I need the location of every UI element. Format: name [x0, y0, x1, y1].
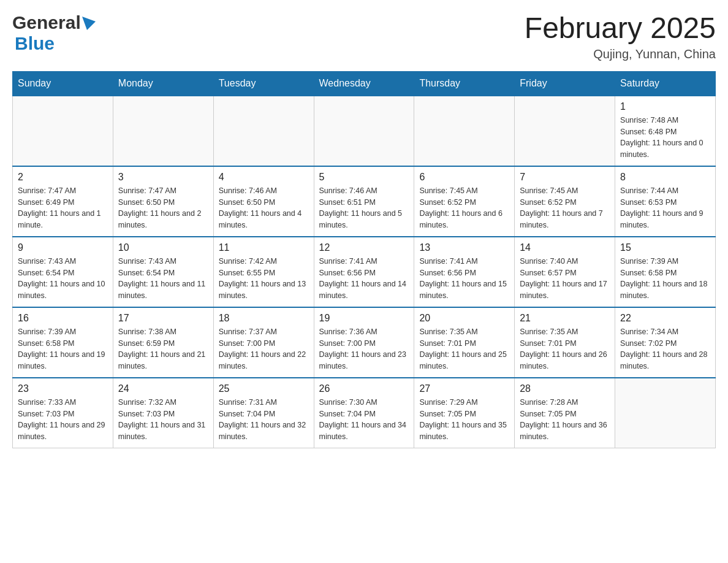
page-header: General Blue February 2025 Qujing, Yunna… [12, 12, 716, 61]
day-number: 14 [520, 242, 610, 253]
day-number: 18 [219, 313, 309, 324]
calendar-week-4: 16Sunrise: 7:39 AMSunset: 6:58 PMDayligh… [13, 307, 716, 378]
day-number: 7 [520, 172, 610, 183]
day-number: 2 [18, 172, 108, 183]
logo-arrow-icon [81, 15, 96, 30]
calendar-cell: 14Sunrise: 7:40 AMSunset: 6:57 PMDayligh… [515, 237, 615, 307]
weekday-header-saturday: Saturday [615, 71, 716, 96]
calendar-cell: 21Sunrise: 7:35 AMSunset: 7:01 PMDayligh… [515, 307, 615, 378]
calendar-week-2: 2Sunrise: 7:47 AMSunset: 6:49 PMDaylight… [13, 166, 716, 237]
day-number: 17 [118, 313, 208, 324]
weekday-header-tuesday: Tuesday [213, 71, 314, 96]
svg-marker-0 [82, 17, 96, 30]
day-number: 16 [18, 313, 108, 324]
day-info: Sunrise: 7:28 AMSunset: 7:05 PMDaylight:… [520, 397, 610, 443]
day-number: 23 [18, 383, 108, 394]
weekday-header-thursday: Thursday [414, 71, 515, 96]
calendar-cell: 13Sunrise: 7:41 AMSunset: 6:56 PMDayligh… [414, 237, 515, 307]
day-info: Sunrise: 7:46 AMSunset: 6:51 PMDaylight:… [319, 185, 409, 231]
day-number: 24 [118, 383, 208, 394]
day-info: Sunrise: 7:39 AMSunset: 6:58 PMDaylight:… [620, 256, 710, 302]
calendar-cell: 12Sunrise: 7:41 AMSunset: 6:56 PMDayligh… [314, 237, 414, 307]
calendar-cell: 28Sunrise: 7:28 AMSunset: 7:05 PMDayligh… [515, 378, 615, 448]
day-number: 27 [419, 383, 509, 394]
day-info: Sunrise: 7:42 AMSunset: 6:55 PMDaylight:… [219, 256, 309, 302]
day-info: Sunrise: 7:48 AMSunset: 6:48 PMDaylight:… [620, 115, 710, 161]
calendar-cell: 26Sunrise: 7:30 AMSunset: 7:04 PMDayligh… [314, 378, 414, 448]
weekday-header-sunday: Sunday [13, 71, 113, 96]
weekday-header-friday: Friday [515, 71, 615, 96]
calendar-cell [615, 378, 716, 448]
day-info: Sunrise: 7:47 AMSunset: 6:50 PMDaylight:… [118, 185, 208, 231]
calendar-cell: 8Sunrise: 7:44 AMSunset: 6:53 PMDaylight… [615, 166, 716, 237]
weekday-header-wednesday: Wednesday [314, 71, 414, 96]
day-number: 1 [620, 101, 710, 112]
logo: General Blue [12, 12, 96, 54]
day-info: Sunrise: 7:34 AMSunset: 7:02 PMDaylight:… [620, 326, 710, 372]
day-info: Sunrise: 7:41 AMSunset: 6:56 PMDaylight:… [319, 256, 409, 302]
calendar-cell: 27Sunrise: 7:29 AMSunset: 7:05 PMDayligh… [414, 378, 515, 448]
day-info: Sunrise: 7:30 AMSunset: 7:04 PMDaylight:… [319, 397, 409, 443]
weekday-header-row: SundayMondayTuesdayWednesdayThursdayFrid… [13, 71, 716, 96]
day-info: Sunrise: 7:37 AMSunset: 7:00 PMDaylight:… [219, 326, 309, 372]
calendar-cell: 2Sunrise: 7:47 AMSunset: 6:49 PMDaylight… [13, 166, 113, 237]
day-info: Sunrise: 7:36 AMSunset: 7:00 PMDaylight:… [319, 326, 409, 372]
calendar-cell: 10Sunrise: 7:43 AMSunset: 6:54 PMDayligh… [113, 237, 213, 307]
day-info: Sunrise: 7:47 AMSunset: 6:49 PMDaylight:… [18, 185, 108, 231]
calendar-cell: 11Sunrise: 7:42 AMSunset: 6:55 PMDayligh… [213, 237, 314, 307]
calendar-cell: 15Sunrise: 7:39 AMSunset: 6:58 PMDayligh… [615, 237, 716, 307]
calendar-cell: 17Sunrise: 7:38 AMSunset: 6:59 PMDayligh… [113, 307, 213, 378]
calendar-cell: 22Sunrise: 7:34 AMSunset: 7:02 PMDayligh… [615, 307, 716, 378]
calendar-cell: 4Sunrise: 7:46 AMSunset: 6:50 PMDaylight… [213, 166, 314, 237]
logo-blue-text: Blue [15, 33, 55, 54]
calendar-cell: 24Sunrise: 7:32 AMSunset: 7:03 PMDayligh… [113, 378, 213, 448]
calendar-cell [113, 96, 213, 166]
day-info: Sunrise: 7:44 AMSunset: 6:53 PMDaylight:… [620, 185, 710, 231]
weekday-header-monday: Monday [113, 71, 213, 96]
calendar-week-3: 9Sunrise: 7:43 AMSunset: 6:54 PMDaylight… [13, 237, 716, 307]
day-number: 22 [620, 313, 710, 324]
calendar-cell [515, 96, 615, 166]
day-info: Sunrise: 7:35 AMSunset: 7:01 PMDaylight:… [520, 326, 610, 372]
calendar-cell [213, 96, 314, 166]
day-number: 4 [219, 172, 309, 183]
day-info: Sunrise: 7:32 AMSunset: 7:03 PMDaylight:… [118, 397, 208, 443]
day-number: 21 [520, 313, 610, 324]
day-number: 19 [319, 313, 409, 324]
calendar-cell: 23Sunrise: 7:33 AMSunset: 7:03 PMDayligh… [13, 378, 113, 448]
calendar-table: SundayMondayTuesdayWednesdayThursdayFrid… [12, 71, 716, 448]
calendar-cell: 18Sunrise: 7:37 AMSunset: 7:00 PMDayligh… [213, 307, 314, 378]
calendar-cell: 20Sunrise: 7:35 AMSunset: 7:01 PMDayligh… [414, 307, 515, 378]
day-info: Sunrise: 7:45 AMSunset: 6:52 PMDaylight:… [419, 185, 509, 231]
calendar-cell: 25Sunrise: 7:31 AMSunset: 7:04 PMDayligh… [213, 378, 314, 448]
calendar-cell [414, 96, 515, 166]
day-info: Sunrise: 7:40 AMSunset: 6:57 PMDaylight:… [520, 256, 610, 302]
day-number: 15 [620, 242, 710, 253]
day-number: 12 [319, 242, 409, 253]
location-title: Qujing, Yunnan, China [525, 47, 716, 61]
day-info: Sunrise: 7:41 AMSunset: 6:56 PMDaylight:… [419, 256, 509, 302]
calendar-week-1: 1Sunrise: 7:48 AMSunset: 6:48 PMDaylight… [13, 96, 716, 166]
month-title: February 2025 [525, 12, 716, 45]
calendar-cell [314, 96, 414, 166]
day-info: Sunrise: 7:35 AMSunset: 7:01 PMDaylight:… [419, 326, 509, 372]
day-info: Sunrise: 7:46 AMSunset: 6:50 PMDaylight:… [219, 185, 309, 231]
day-number: 13 [419, 242, 509, 253]
calendar-cell [13, 96, 113, 166]
calendar-cell: 9Sunrise: 7:43 AMSunset: 6:54 PMDaylight… [13, 237, 113, 307]
day-number: 20 [419, 313, 509, 324]
day-info: Sunrise: 7:38 AMSunset: 6:59 PMDaylight:… [118, 326, 208, 372]
day-number: 28 [520, 383, 610, 394]
day-number: 6 [419, 172, 509, 183]
day-info: Sunrise: 7:45 AMSunset: 6:52 PMDaylight:… [520, 185, 610, 231]
day-number: 9 [18, 242, 108, 253]
calendar-cell: 5Sunrise: 7:46 AMSunset: 6:51 PMDaylight… [314, 166, 414, 237]
day-info: Sunrise: 7:33 AMSunset: 7:03 PMDaylight:… [18, 397, 108, 443]
calendar-week-5: 23Sunrise: 7:33 AMSunset: 7:03 PMDayligh… [13, 378, 716, 448]
calendar-cell: 6Sunrise: 7:45 AMSunset: 6:52 PMDaylight… [414, 166, 515, 237]
day-number: 5 [319, 172, 409, 183]
day-number: 11 [219, 242, 309, 253]
calendar-body: 1Sunrise: 7:48 AMSunset: 6:48 PMDaylight… [13, 96, 716, 448]
day-info: Sunrise: 7:39 AMSunset: 6:58 PMDaylight:… [18, 326, 108, 372]
calendar-cell: 3Sunrise: 7:47 AMSunset: 6:50 PMDaylight… [113, 166, 213, 237]
